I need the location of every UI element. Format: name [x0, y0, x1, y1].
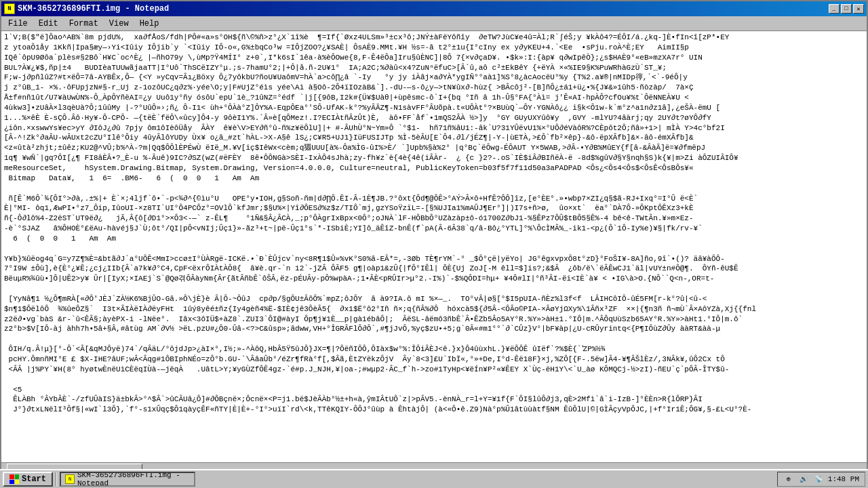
menu-edit[interactable]: Edit — [33, 18, 64, 30]
windows-logo — [9, 474, 19, 484]
menu-help[interactable]: Help — [134, 18, 165, 30]
window-title: SKM-3652736896FTI.img - Notepad — [18, 4, 169, 14]
start-label: Start — [22, 474, 46, 484]
minimize-button[interactable]: _ — [829, 4, 840, 14]
notepad-icon: N — [4, 3, 15, 14]
tray-icon-2: 🔊 — [798, 474, 809, 485]
taskbar: Start N SKM-3652736896FTI.img - Notepad … — [0, 469, 868, 488]
content-area: l`V;B($"ë]Ôao^AB%`8m pjdU%, xa∂fÅoS/fdh|… — [1, 31, 867, 462]
menu-view[interactable]: View — [104, 18, 134, 30]
taskbar-right: ⊕ 🔊 📡 1:48 PM — [777, 472, 865, 487]
close-button[interactable]: ✕ — [853, 4, 864, 14]
maximize-button[interactable]: □ — [841, 4, 852, 14]
start-button[interactable]: Start — [3, 472, 53, 487]
system-tray: ⊕ 🔊 📡 1:48 PM — [777, 472, 865, 487]
taskbar-notepad-icon: N — [65, 474, 75, 484]
tray-icon-3: 📡 — [813, 474, 824, 485]
taskbar-item-label: SKM-3652736896FTI.img - Notepad — [77, 472, 190, 487]
title-buttons: _ □ ✕ — [829, 4, 864, 14]
title-bar: N SKM-3652736896FTI.img - Notepad _ □ ✕ — [1, 1, 867, 16]
taskbar-separator — [56, 472, 57, 486]
taskbar-notepad-item[interactable]: N SKM-3652736896FTI.img - Notepad — [60, 472, 195, 487]
title-bar-left: N SKM-3652736896FTI.img - Notepad — [4, 3, 169, 14]
menu-format[interactable]: Format — [64, 18, 104, 30]
tray-icon-1: ⊕ — [783, 474, 794, 485]
notepad-window: N SKM-3652736896FTI.img - Notepad _ □ ✕ … — [0, 0, 868, 488]
clock: 1:48 PM — [828, 475, 859, 483]
text-editor[interactable]: l`V;B($"ë]Ôao^AB%`8m pjdU%, xa∂fÅoS/fdh|… — [1, 31, 867, 462]
menu-file[interactable]: File — [3, 18, 33, 30]
menu-bar: File Edit Format View Help — [1, 16, 867, 31]
